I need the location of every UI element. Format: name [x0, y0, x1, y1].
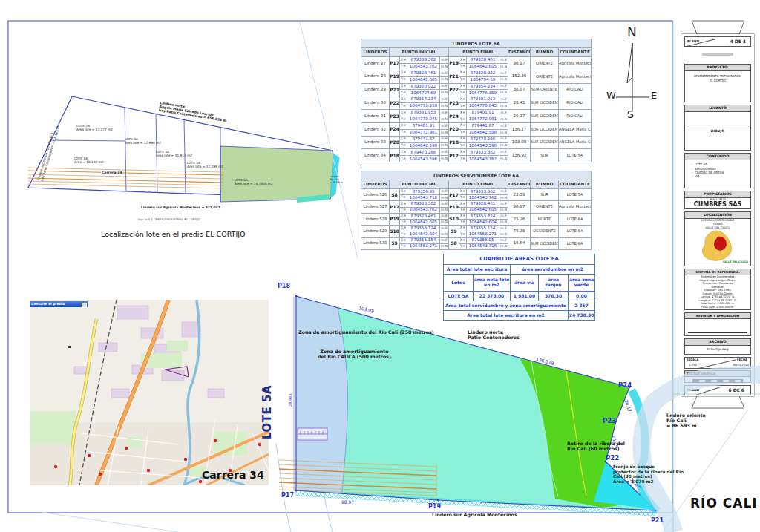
table-cell: Y= — [400, 90, 407, 96]
localizacion-box: LOCALIZACIÓN VEREDA ARROYOHONDO YUMBO VA… — [684, 211, 751, 266]
table-cell: S9 — [390, 237, 400, 249]
table-cell: 879441.67 — [407, 136, 440, 142]
table-cell: P23 — [449, 96, 459, 110]
table-cell: LOTE 6A — [559, 213, 592, 225]
table-cell: 879353.724 — [467, 213, 499, 219]
table-cell: m.N — [499, 231, 508, 237]
table-cell: RÍO CALI — [559, 96, 592, 110]
table-cell: Lindero 29 — [361, 83, 390, 96]
proyecto-line2: EL CORTIJO — [685, 79, 750, 82]
table-cell: 879401.91 — [467, 110, 499, 116]
table-cell: m.N — [440, 195, 449, 201]
table-cell: 1064770.045 — [407, 116, 440, 123]
table-cell: 879470.286 — [467, 136, 499, 142]
table-cell: 1064543.762 — [407, 207, 440, 213]
contenido-label: CONTENIDO — [685, 154, 750, 160]
col-header: PUNTO INICIAL — [390, 48, 449, 57]
table-cell: m.E — [499, 57, 508, 64]
table-cell: X= — [400, 70, 407, 76]
linderos-table: LINDEROS LOTE 6A LINDEROS PUNTO INICIAL … — [361, 39, 592, 162]
areas-title: CUADRO DE ÁREAS LOTE 6A — [444, 254, 595, 265]
table-cell: m.E — [440, 57, 449, 64]
escala-grafica-box: ESCALA GRÁFICA — [684, 370, 751, 383]
table-cell: m.N — [440, 142, 449, 149]
col-header: COLINDANTE — [559, 180, 592, 189]
table-cell: Y= — [400, 129, 407, 136]
table-cell: m.E — [440, 189, 449, 195]
table-cell: 152.36 — [508, 70, 531, 83]
table-row: Lindero 29P21X=879320.922m.EP22X=879354.… — [361, 83, 592, 90]
table-cell: Y= — [400, 63, 407, 70]
table-cell: Y= — [400, 103, 407, 110]
table-cell: ÁNGELA María Caicedo Lourido — [559, 136, 592, 149]
table-cell: P23 — [390, 110, 400, 123]
table-cell: 879381.953 — [467, 96, 499, 103]
table-cell: Y= — [400, 243, 407, 249]
table-cell: P22 — [390, 96, 400, 110]
table-cell: 1064642.605 — [407, 76, 440, 83]
table-cell: S10 — [449, 213, 459, 225]
table-cell: P17 — [390, 201, 400, 213]
table-cell: 879333.362 — [407, 201, 440, 207]
table-cell: X= — [459, 96, 467, 103]
table-cell: 879381.953 — [407, 110, 440, 116]
table-cell: Lindero 31 — [361, 110, 390, 123]
table-cell: LOTE 5A — [559, 189, 592, 201]
areas-footer-value: 24 730.30 — [569, 311, 595, 321]
sistema-label: SISTEMA DE REFERENCIA: — [685, 269, 750, 275]
table-cell: X= — [400, 149, 407, 156]
table-cell: 1064563.271 — [467, 231, 499, 237]
table-cell: 1064642.598 — [407, 142, 440, 149]
table-cell: m.N — [440, 219, 449, 225]
sistema-box: SISTEMA DE REFERENCIA: Sistema de Coorde… — [684, 269, 751, 310]
table-cell: SUR — [531, 149, 559, 162]
table-cell: RÍO CALI — [559, 83, 592, 96]
table-cell: m.E — [499, 201, 508, 207]
col-header: DISTANCIA (m) — [508, 48, 531, 57]
table-cell: m.E — [499, 149, 508, 156]
titleblock: PLANO 4 DE 4 PROYECTO: LEVANTAMIENTO TOP… — [681, 34, 754, 396]
street-map — [30, 300, 269, 485]
table-cell: 98.97 — [508, 57, 531, 70]
areas-col: Lotes — [444, 275, 474, 292]
table-cell: m.N — [440, 243, 449, 249]
table-cell: m.N — [499, 156, 508, 162]
table-cell: 879333.362 — [467, 189, 499, 195]
areas-cell: LOTE 5A — [444, 292, 474, 301]
table-cell: P20 — [390, 136, 400, 149]
table-row: Lindero S29S10X=879353.724m.ES9X=879355.… — [361, 226, 592, 231]
table-cell: m.N — [499, 90, 508, 96]
table-cell: S8 — [390, 189, 400, 201]
table-cell: SUR OCCIDENTE — [531, 96, 559, 110]
col-header: DISTANCIA (m) — [508, 180, 531, 189]
table-cell: 879320.922 — [467, 70, 499, 76]
table-cell: P24 — [449, 110, 459, 123]
table-cell: Y= — [459, 116, 467, 123]
contenido-box: CONTENIDO - LOTE 6A - SERVIDUMBRE - CUAD… — [684, 153, 751, 188]
table-cell: m.N — [440, 116, 449, 123]
table-cell: 879356.95 — [407, 189, 440, 195]
plano-bottom-box: PLANO 6 DE 6 — [684, 385, 751, 395]
table-cell: P19 — [390, 213, 400, 225]
table-cell: P17 — [390, 57, 400, 70]
sistema-line: Falso Este: 1'000.000 m. — [685, 306, 750, 309]
table-cell: 38.07 — [508, 83, 531, 96]
col-header: LINDEROS — [361, 180, 390, 189]
table-cell: m.E — [440, 213, 449, 219]
revision-label: REVISIÓN Y APROBACIÓN — [685, 313, 750, 319]
table-cell: m.N — [440, 129, 449, 136]
table-cell: 1064543.762 — [467, 156, 499, 162]
table-cell: 1064642.598 — [467, 129, 499, 136]
table-cell: Y= — [459, 195, 467, 201]
table-cell: 1064642.604 — [407, 231, 440, 237]
table-cell: Lindero S30 — [361, 237, 390, 249]
fecha-value: MAYO 2020 — [733, 364, 749, 367]
proyecto-box: PROYECTO: LEVANTAMIENTO TOPOGRÁFICO EL C… — [684, 64, 751, 102]
levanto-label: LEVANTÓ — [685, 105, 750, 112]
table-cell: OCCIDENTE — [531, 226, 559, 237]
table-cell: m.E — [499, 213, 508, 219]
table-cell: X= — [459, 136, 467, 142]
levanto-dibujo-box: LEVANTÓ DIBUJÓ — [684, 105, 751, 151]
table-row: Lindero 34P18X=879470.286m.EP17X=879333.… — [361, 149, 592, 156]
table-row: Lindero 31P23X=879381.953m.EP24X=879401.… — [361, 110, 592, 116]
